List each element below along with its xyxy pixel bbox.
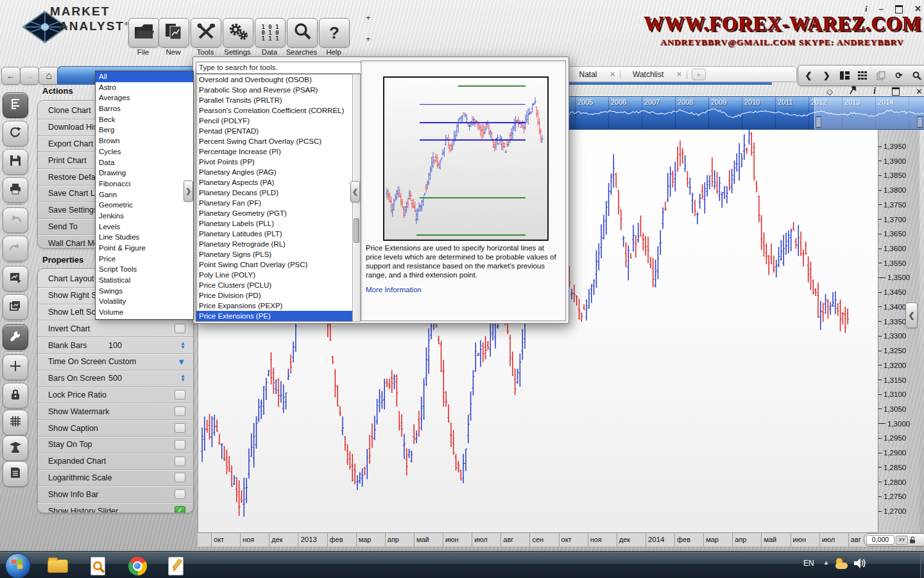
grid-view-icon[interactable]: [855, 67, 871, 83]
tool-list-item[interactable]: Price Expansions (PEXP): [196, 301, 352, 311]
toolbar-button-tools[interactable]: [191, 18, 221, 48]
tool-list-item[interactable]: Planetary Latitudes (PLT): [196, 229, 352, 239]
property-control[interactable]: [175, 407, 185, 416]
tool-list-item[interactable]: Planetary Labels (PLL): [196, 218, 352, 229]
checkbox-icon[interactable]: [175, 324, 185, 333]
category-item[interactable]: Swings: [96, 286, 193, 297]
tool-list-item[interactable]: Pentad (PENTAD): [196, 126, 352, 136]
pages-icon[interactable]: [873, 67, 889, 83]
info-icon[interactable]: i: [865, 4, 868, 14]
tool-list-item[interactable]: Price Extensions (PE): [196, 311, 352, 321]
sidebar-button-news-document[interactable]: [3, 461, 28, 487]
property-control[interactable]: [175, 390, 185, 399]
property-control[interactable]: ▲▼: [180, 374, 185, 382]
tool-list-item[interactable]: Planetary Retrograde (RL): [196, 239, 352, 249]
property-control[interactable]: ▼: [177, 357, 185, 367]
property-control[interactable]: [175, 440, 185, 450]
tool-list-item[interactable]: Parallel Transits (PRLTR): [196, 95, 352, 105]
spinner-icon[interactable]: ▲▼: [180, 374, 185, 382]
tool-list-item[interactable]: Oversold and Overbought (OSOB): [196, 74, 352, 85]
category-item[interactable]: Drawing: [96, 168, 193, 179]
property-row-bars-on-screen[interactable]: Bars On Screen500▲▼: [38, 371, 193, 387]
category-item[interactable]: Barros: [96, 103, 193, 114]
scale-lock-box[interactable]: 0,000 XY: [864, 533, 924, 547]
maximize-icon[interactable]: [892, 87, 900, 96]
refresh-icon[interactable]: ⟳: [891, 67, 907, 83]
sidebar-button-wrench-properties[interactable]: [3, 324, 28, 350]
tool-list-item[interactable]: Planetary Aspects (PA): [196, 177, 352, 188]
tool-list-item[interactable]: Poly Line (POLY): [196, 270, 352, 280]
sidebar-button-export-images[interactable]: [3, 294, 28, 320]
sidebar-button-save[interactable]: [3, 149, 28, 175]
property-row-lock-price-ratio[interactable]: Lock Price Ratio: [38, 387, 193, 404]
nav-home-button[interactable]: ⌂: [38, 67, 59, 85]
property-control[interactable]: [175, 489, 185, 499]
sidebar-button-redo[interactable]: [3, 236, 28, 261]
tool-list-item[interactable]: Pivot Points (PP): [196, 157, 352, 167]
add-tab-button[interactable]: +: [692, 69, 706, 80]
category-item[interactable]: Price: [96, 254, 193, 265]
category-item[interactable]: Volatility: [96, 296, 193, 307]
sidebar-button-education[interactable]: [3, 435, 28, 461]
taskbar-search[interactable]: [87, 556, 108, 576]
layout-icon[interactable]: [837, 67, 853, 83]
slider-handle-right[interactable]: [917, 116, 923, 128]
checkbox-icon[interactable]: [175, 457, 185, 466]
taskbar-chrome[interactable]: [127, 556, 148, 576]
scroll-tabs-left-button[interactable]: ❮: [801, 67, 817, 83]
property-row-logarithmic-scale[interactable]: Logarithmic Scale: [38, 470, 193, 487]
spinner-icon[interactable]: ▲▼: [180, 342, 185, 349]
tool-list-item[interactable]: Price Clusters (PCLU): [196, 280, 352, 290]
property-row-show-caption[interactable]: Show Caption: [38, 420, 193, 437]
toolbar-button-new[interactable]: [158, 18, 189, 48]
tool-list-item[interactable]: Planetary Signs (PLS): [196, 249, 352, 259]
tool-list-item[interactable]: Parabolic Stop and Reverse (PSAR): [196, 85, 352, 95]
taskbar-notepad[interactable]: [166, 556, 186, 576]
property-row-expanded-chart[interactable]: Expanded Chart: [38, 453, 193, 470]
checkbox-icon[interactable]: [175, 423, 185, 433]
volume-icon[interactable]: [853, 557, 866, 572]
sidebar-button-add-crosshair[interactable]: [3, 355, 28, 380]
property-row-show-watermark[interactable]: Show Watermark: [38, 403, 193, 420]
property-row-stay-on-top[interactable]: Stay On Top: [38, 437, 193, 453]
expand-categories-button[interactable]: ❯: [184, 180, 193, 202]
category-item[interactable]: Point & Figure: [96, 243, 193, 254]
category-item[interactable]: Gann: [96, 189, 193, 200]
category-item[interactable]: Beck: [96, 114, 193, 125]
language-indicator[interactable]: EN: [803, 559, 814, 568]
info-icon[interactable]: i: [873, 86, 876, 96]
nav-back-button[interactable]: ←: [1, 67, 21, 85]
scrollbar-thumb[interactable]: [354, 218, 359, 243]
property-row-show-history-slider[interactable]: Show History Slider✓: [38, 503, 193, 513]
property-control[interactable]: [175, 457, 185, 466]
property-row-blank-bars[interactable]: Blank Bars100▲▼: [38, 337, 193, 354]
tool-list-item[interactable]: Price Division (PD): [196, 290, 352, 301]
show-hidden-icons[interactable]: ▲: [823, 559, 829, 566]
close-icon[interactable]: ✕: [916, 87, 923, 96]
axis-collapse-button[interactable]: ❮: [905, 302, 918, 328]
pin-icon[interactable]: [849, 85, 857, 97]
scale-value[interactable]: 0,000: [866, 535, 894, 545]
scroll-tabs-right-button[interactable]: ❯: [819, 67, 835, 83]
search-icon[interactable]: [909, 67, 924, 83]
slider-handle-left[interactable]: [816, 116, 821, 128]
property-control[interactable]: [175, 423, 185, 433]
tool-list-item[interactable]: Pearson's Correlation Coefficient (CORRE…: [196, 105, 352, 116]
toolbar-button-file[interactable]: [128, 18, 159, 48]
property-control[interactable]: ▲▼: [180, 342, 185, 349]
checkbox-icon[interactable]: [175, 473, 185, 482]
close-tab-icon[interactable]: ✕: [674, 71, 684, 78]
tool-list-item[interactable]: Planetary Angles (PAG): [196, 167, 352, 177]
checkbox-icon[interactable]: [175, 390, 185, 399]
category-item[interactable]: Fibonacci: [96, 179, 193, 189]
category-item[interactable]: Astro: [96, 82, 193, 93]
checkbox-icon[interactable]: [175, 407, 185, 416]
toolbar-button-data[interactable]: 1 0 10 1 01 1 1: [255, 18, 286, 48]
sidebar-button-lock[interactable]: [3, 383, 28, 408]
sidebar-button-undo[interactable]: [3, 207, 28, 233]
tool-list-item[interactable]: Planetary Decans (PLD): [196, 188, 352, 198]
time-axis[interactable]: октноядек2013февмарапрмайиюниюлавгсенокт…: [198, 532, 878, 547]
price-axis[interactable]: 1,39501,39001,38501,38001,37501,37001,36…: [878, 128, 920, 532]
sidebar-button-export-image[interactable]: [3, 266, 28, 292]
taskbar-explorer[interactable]: [47, 556, 68, 576]
